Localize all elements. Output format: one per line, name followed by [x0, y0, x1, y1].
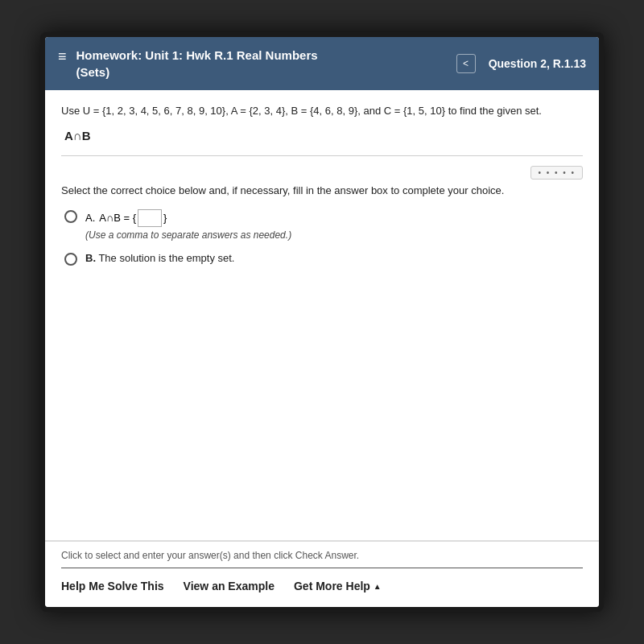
menu-icon[interactable]: ≡ [58, 48, 67, 65]
set-expression: A∩B [64, 129, 583, 142]
choice-a-label: A. A∩B = { } [85, 209, 167, 227]
choice-a-letter: A. [85, 212, 95, 224]
answer-input-a[interactable] [138, 209, 162, 227]
choice-b-content: B. The solution is the empty set. [85, 252, 234, 264]
header-left: ≡ Homework: Unit 1: Hwk R.1 Real Numbers… [58, 47, 318, 80]
footer-note: Click to select and enter your answer(s)… [61, 550, 583, 561]
radio-b[interactable] [64, 253, 77, 266]
choice-a-sub: (Use a comma to separate answers as need… [85, 229, 291, 241]
get-more-help-button[interactable]: Get More Help ▲ [294, 575, 382, 597]
title-line2: (Sets) [76, 64, 318, 80]
problem-statement: Use U = {1, 2, 3, 4, 5, 6, 7, 8, 9, 10},… [61, 103, 583, 119]
nav-back-button[interactable]: < [456, 54, 476, 73]
spacer [61, 266, 583, 528]
title-line1: Homework: Unit 1: Hwk R.1 Real Numbers [76, 47, 318, 64]
question-label: Question 2, R.1.13 [489, 57, 586, 70]
choice-a-content: A. A∩B = { } (Use a comma to separate an… [85, 209, 291, 241]
arrow-up-icon: ▲ [374, 582, 382, 591]
question-prefix: Question 2, [489, 57, 550, 70]
question-id: R.1.13 [553, 57, 586, 70]
footer: Click to select and enter your answer(s)… [45, 541, 599, 607]
choice-b-text: The solution is the empty set. [98, 252, 234, 264]
header: ≡ Homework: Unit 1: Hwk R.1 Real Numbers… [45, 37, 599, 90]
header-nav: < Question 2, R.1.13 [456, 54, 586, 73]
radio-a[interactable] [64, 210, 77, 223]
choice-a-suffix: } [163, 212, 167, 224]
help-me-solve-button[interactable]: Help Me Solve This [61, 575, 177, 597]
choice-a: A. A∩B = { } (Use a comma to separate an… [64, 209, 583, 241]
get-more-help-label: Get More Help [294, 580, 370, 592]
footer-buttons: Help Me Solve This View an Example Get M… [61, 568, 583, 597]
instruction-text: Select the correct choice below and, if … [61, 184, 583, 196]
choice-b: B. The solution is the empty set. [64, 252, 583, 266]
screen-frame: ≡ Homework: Unit 1: Hwk R.1 Real Numbers… [40, 32, 604, 612]
choice-b-letter: B. [85, 252, 96, 264]
main-content: Use U = {1, 2, 3, 4, 5, 6, 7, 8, 9, 10},… [45, 90, 599, 541]
choices: A. A∩B = { } (Use a comma to separate an… [64, 209, 583, 266]
dots-button[interactable]: • • • • • [530, 166, 583, 180]
header-title: Homework: Unit 1: Hwk R.1 Real Numbers (… [76, 47, 318, 80]
choice-b-label: B. The solution is the empty set. [85, 252, 234, 264]
view-example-button[interactable]: View an Example [184, 575, 287, 597]
choice-a-prefix: A∩B = { [97, 212, 136, 224]
divider [61, 155, 583, 156]
expand-dots: • • • • • [61, 166, 583, 180]
app-window: ≡ Homework: Unit 1: Hwk R.1 Real Numbers… [45, 37, 599, 607]
